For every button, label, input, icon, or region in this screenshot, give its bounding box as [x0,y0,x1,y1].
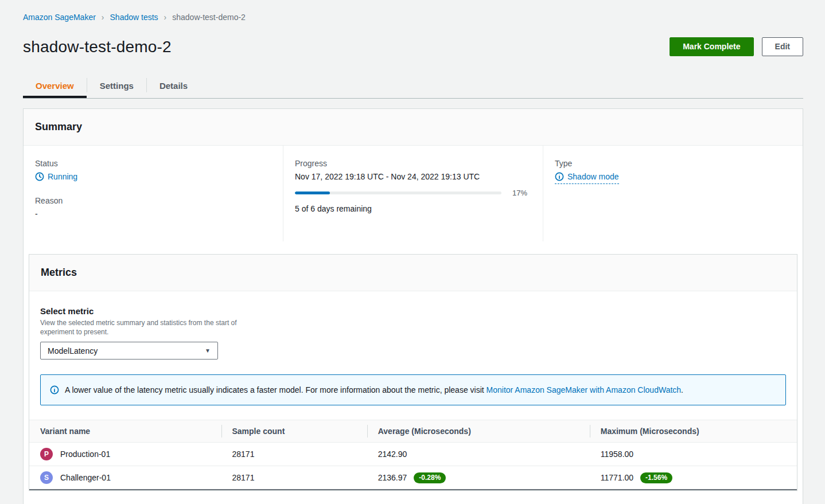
page: Amazon SageMaker › Shadow tests › shadow… [0,0,825,504]
column-header-sample-count: Sample count [221,420,367,443]
breadcrumb-separator-icon: › [164,13,167,22]
reason-label: Reason [35,196,271,205]
metrics-table-head: Variant name Sample count Average (Micro… [29,420,797,443]
metrics-table-body: P Production-01 28171 2142.90 11958.00 S… [29,443,797,490]
select-metric-label: Select metric [40,306,786,316]
column-header-variant-name: Variant name [29,420,221,443]
cloudwatch-link[interactable]: Monitor Amazon SageMaker with Amazon Clo… [487,385,682,394]
breadcrumb-link-shadow-tests[interactable]: Shadow tests [110,13,158,22]
summary-card-header: Summary [24,109,803,146]
metric-dropdown[interactable]: ModelLatency ▼ [40,342,218,360]
progress-date-range: Nov 17, 2022 19:18 UTC - Nov 24, 2022 19… [295,172,531,181]
metric-dropdown-value: ModelLatency [48,346,98,355]
sample-count-cell: 28171 [221,466,367,490]
variant-name-cell: S Challenger-01 [29,466,221,490]
column-header-maximum: Maximum (Microseconds) [590,420,797,443]
alert-text-before: A lower value of the latency metric usua… [65,385,487,394]
progress-label: Progress [295,159,531,168]
progress-bar [295,192,501,194]
status-value: Running [35,172,271,181]
progress-remaining: 5 of 6 days remaining [295,204,531,213]
average-value: 2142.90 [378,450,407,459]
chevron-down-icon: ▼ [205,347,211,354]
breadcrumb-link-sagemaker[interactable]: Amazon SageMaker [23,13,96,22]
average-value: 2136.97 [378,473,407,482]
progress-percent: 17% [512,189,527,197]
edit-button[interactable]: Edit [762,37,803,56]
status-label: Status [35,159,271,168]
maximum-value: 11771.00 [601,473,633,482]
page-title: shadow-test-demo-2 [23,38,172,56]
maximum-cell: 11958.00 [590,443,797,466]
select-metric-description: View the selected metric summary and sta… [40,318,258,337]
alert-text: A lower value of the latency metric usua… [65,385,683,395]
mark-complete-button[interactable]: Mark Complete [670,37,753,56]
column-header-average: Average (Microseconds) [367,420,590,443]
reason-value: - [35,209,271,218]
summary-title: Summary [35,121,82,132]
status-text: Running [48,172,77,181]
variant-name: Production-01 [60,450,110,459]
table-row: S Challenger-01 28171 2136.97 -0.28% 117… [29,466,797,490]
summary-col-progress: Progress Nov 17, 2022 19:18 UTC - Nov 24… [283,146,543,241]
metrics-card: Metrics Select metric View the selected … [29,254,797,491]
info-alert: A lower value of the latency metric usua… [40,374,786,405]
maximum-diff-badge: -1.56% [640,472,672,483]
info-icon [555,172,564,181]
progress-fill [295,192,330,194]
summary-card: Summary Status Running Reason - [23,108,803,504]
metrics-table-header-row: Variant name Sample count Average (Micro… [29,420,797,443]
info-icon [50,385,59,394]
tab-settings[interactable]: Settings [87,75,146,98]
breadcrumb: Amazon SageMaker › Shadow tests › shadow… [23,0,803,22]
variant-name-cell: P Production-01 [29,443,221,466]
tab-details[interactable]: Details [147,75,200,98]
metrics-body: Select metric View the selected metric s… [29,291,797,490]
maximum-cell: 11771.00 -1.56% [590,466,797,490]
header-actions: Mark Complete Edit [670,37,803,56]
type-value[interactable]: Shadow mode [555,172,619,184]
sample-count-cell: 28171 [221,443,367,466]
metrics-table: Variant name Sample count Average (Micro… [29,420,797,490]
variant-avatar: S [40,471,53,484]
progress-bar-row: 17% [295,189,531,197]
type-text: Shadow mode [567,172,619,181]
metrics-title: Metrics [41,267,77,278]
average-diff-badge: -0.28% [414,472,446,483]
summary-body: Status Running Reason - Progress Nov 17, [24,146,803,241]
clock-icon [35,172,44,181]
average-cell: 2142.90 [367,443,590,466]
breadcrumb-separator-icon: › [102,13,104,22]
breadcrumb-current: shadow-test-demo-2 [172,13,246,22]
type-label: Type [555,159,791,168]
page-header: shadow-test-demo-2 Mark Complete Edit [23,37,803,56]
average-cell: 2136.97 -0.28% [367,466,590,490]
tab-bar: Overview Settings Details [23,75,803,99]
variant-name: Challenger-01 [60,473,111,482]
tab-overview[interactable]: Overview [23,75,87,98]
metrics-card-header: Metrics [29,255,797,291]
table-row: P Production-01 28171 2142.90 11958.00 [29,443,797,466]
variant-avatar: P [40,448,53,460]
summary-col-status: Status Running Reason - [24,146,283,241]
alert-text-after: . [681,385,683,394]
summary-col-type: Type Shadow mode [543,146,803,241]
maximum-value: 11958.00 [601,450,633,459]
